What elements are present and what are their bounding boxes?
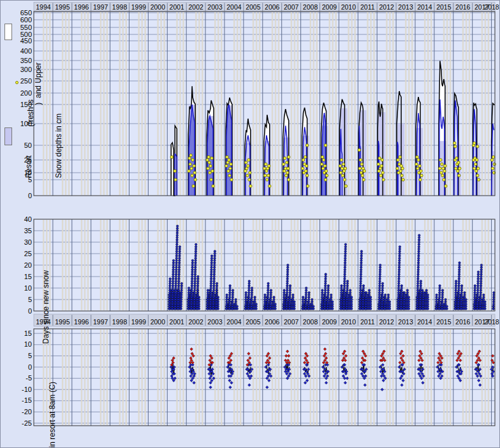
days-dot (248, 289, 251, 292)
days-dot (427, 303, 429, 305)
days-dot (381, 308, 383, 310)
days-dot (327, 301, 329, 303)
days-dot (270, 291, 272, 294)
fresh-snow-dot (440, 171, 443, 174)
year-label: 1997 (93, 318, 108, 326)
days-dot (232, 291, 234, 294)
month-stripe (103, 12, 105, 195)
month-stripe (157, 220, 158, 310)
year-label: 2015 (436, 318, 452, 326)
days-dot (191, 285, 193, 287)
fresh-snow-dot (378, 157, 381, 159)
days-dot (441, 308, 443, 310)
days-dot (267, 308, 269, 310)
days-dot (288, 308, 291, 310)
days-dot (305, 298, 307, 301)
month-stripe (335, 329, 337, 425)
days-dot (250, 308, 253, 310)
days-dot (247, 303, 250, 305)
days-dot (210, 289, 212, 292)
days-dot (263, 303, 266, 305)
days-dot (168, 291, 171, 294)
days-dot (341, 285, 343, 287)
days-dot (327, 287, 330, 289)
days-dot (401, 289, 403, 292)
fresh-snow-dot (286, 171, 289, 174)
days-dot (232, 298, 234, 301)
days-dot (327, 303, 329, 305)
days-dot (172, 296, 174, 299)
days-dot (210, 257, 213, 259)
days-dot (264, 298, 267, 301)
days-dot (248, 287, 251, 289)
days-dot (194, 278, 196, 280)
days-dot (365, 294, 367, 296)
days-dot (397, 298, 400, 301)
days-dot (193, 298, 196, 301)
month-stripe (297, 329, 298, 425)
days-dot (251, 301, 253, 303)
days-dot (406, 289, 409, 292)
days-dot (245, 296, 247, 299)
days-dot (454, 305, 457, 308)
days-dot (343, 291, 346, 294)
days-dot (350, 308, 353, 310)
resort-depth-swatch (4, 127, 12, 145)
days-dot (445, 298, 447, 301)
days-dot (454, 308, 457, 310)
days-dot (191, 275, 194, 278)
days-dot (398, 264, 401, 266)
fresh-snow-dot (192, 185, 195, 187)
days-dot (343, 282, 346, 285)
days-dot (368, 289, 371, 292)
fresh-snow-dot (344, 167, 346, 170)
days-dot (425, 291, 428, 294)
days-dot (321, 294, 323, 296)
fresh-snow-dot (476, 174, 479, 177)
fresh-snow-dot (249, 185, 252, 187)
fresh-snow-dot (381, 171, 384, 174)
days-dot (400, 305, 402, 308)
days-dot (401, 285, 403, 287)
days-dot (213, 273, 216, 276)
days-dot (175, 266, 178, 269)
month-stripe (272, 329, 273, 425)
days-dot (420, 285, 422, 287)
days-dot (172, 273, 175, 276)
days-dot (422, 303, 425, 305)
top-panel-tick-label: 350 (20, 57, 32, 64)
days-dot (286, 271, 289, 273)
month-stripe (160, 329, 161, 425)
days-dot (480, 273, 483, 276)
days-dot (436, 298, 438, 301)
days-dot (179, 250, 181, 253)
days-dot (251, 287, 253, 289)
month-stripe (68, 329, 70, 425)
days-dot (477, 282, 480, 285)
days-dot (457, 291, 460, 294)
days-dot (283, 301, 285, 303)
days-dot (473, 303, 476, 305)
days-dot (379, 271, 381, 273)
days-dot (441, 291, 444, 294)
days-dot (175, 273, 177, 276)
days-dot (346, 291, 349, 294)
snow-history-page: 1994199519961997199819992000200120022003… (0, 0, 500, 448)
fresh-snow-dot (304, 155, 306, 158)
days-dot (212, 294, 215, 296)
days-dot (289, 301, 291, 303)
days-dot (283, 296, 286, 299)
month-stripe (198, 12, 200, 195)
fresh-snow-dot (363, 170, 365, 172)
bottom-panel-tick-label: 5 (28, 352, 32, 359)
month-stripe (100, 12, 101, 195)
days-dot (417, 275, 420, 278)
days-dot (476, 308, 479, 310)
fresh-snow-dot (455, 157, 458, 159)
days-dot (254, 301, 256, 303)
days-dot (359, 301, 362, 303)
days-dot (254, 298, 256, 301)
days-dot (341, 289, 343, 292)
days-dot (228, 298, 231, 301)
days-dot (214, 264, 216, 266)
